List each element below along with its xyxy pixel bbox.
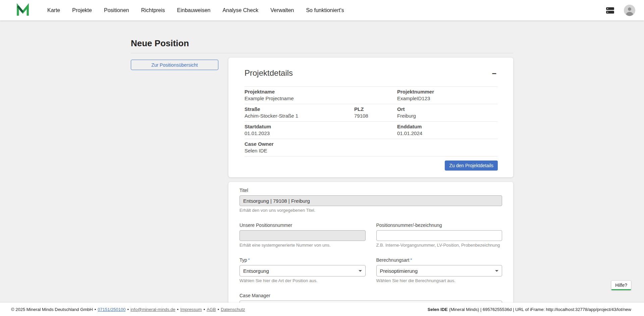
footer-separator: • [177, 307, 179, 312]
positionsnummer-label: Positionsnummer/-bezeichnung [376, 223, 502, 228]
datenschutz-link[interactable]: Datenschutz [221, 307, 245, 312]
phone-link[interactable]: 07151/250100 [98, 307, 125, 312]
strasse-value: Achim-Stocker-Straße 1 [245, 113, 354, 119]
brand-logo[interactable] [16, 3, 30, 17]
footer-left: © 2025 Mineral Minds Deutschland GmbH • … [11, 307, 245, 312]
right-column: Projektdetails – Projektname Example Pro… [228, 58, 513, 316]
unsere-positionsnummer-label: Unsere Positionsnummer [239, 223, 366, 228]
session-details: (Mineral Minds) | 69576255536d | URL of … [449, 307, 631, 312]
footer-separator: • [204, 307, 205, 312]
project-details-card: Projektdetails – Projektname Example Pro… [228, 58, 513, 177]
plz-label: PLZ [354, 106, 397, 113]
positionsnummer-helper: Z.B. Interne-Vorgangsnummer, LV-Position… [376, 243, 502, 248]
required-asterisk: * [248, 257, 250, 262]
impressum-link[interactable]: Impressum [180, 307, 202, 312]
copyright-text: © 2025 Mineral Minds Deutschland GmbH [11, 307, 93, 312]
table-row: Startdatum 01.01.2023 Enddatum 01.01.202… [245, 122, 498, 139]
typ-field: Typ* Entsorgung Wählen Sie hier die Art … [239, 257, 366, 283]
footer-session-info: Selen IDE (Mineral Minds) | 69576255536d… [428, 307, 631, 312]
typ-select[interactable]: Entsorgung [239, 265, 366, 276]
agb-link[interactable]: AGB [207, 307, 216, 312]
nav-item-karte[interactable]: Karte [47, 7, 60, 13]
positionsnummer-field: Positionsnummer/-bezeichnung Z.B. Intern… [376, 223, 502, 248]
projektnummer-value: ExampleID123 [397, 95, 498, 102]
footer-separator: • [127, 307, 129, 312]
startdatum-label: Startdatum [245, 123, 397, 130]
berechnungsart-field: Berechnungsart* Preisoptimierung Wählen … [376, 257, 502, 283]
nav-item-verwalten[interactable]: Verwalten [270, 7, 294, 13]
user-avatar[interactable] [624, 5, 635, 16]
nav-item-projekte[interactable]: Projekte [72, 7, 92, 13]
navbar-right-actions [605, 5, 635, 16]
berechnungsart-helper: Wählen Sie hier die Berechnungsart aus. [376, 278, 502, 283]
titel-helper: Erhält den von uns vorgegebenen Titel. [239, 208, 502, 213]
unsere-positionsnummer-field: Unsere Positionsnummer Erhält eine syste… [239, 223, 366, 248]
brand-logo-icon [16, 3, 30, 17]
project-details-button[interactable]: Zu den Projektdetails [445, 161, 498, 171]
strasse-label: Straße [245, 106, 354, 113]
footer: © 2025 Mineral Minds Deutschland GmbH • … [0, 303, 644, 316]
help-button[interactable]: Hilfe? [611, 280, 631, 290]
position-overview-button[interactable]: Zur Positionsübersicht [131, 60, 218, 70]
projektname-value: Example Projectname [245, 95, 397, 102]
nav-item-positionen[interactable]: Positionen [104, 7, 129, 13]
footer-separator: • [95, 307, 96, 312]
table-row: Projektname Example Projectname Projektn… [245, 87, 498, 104]
nav-item-richtpreis[interactable]: Richtpreis [141, 7, 165, 13]
startdatum-value: 01.01.2023 [245, 130, 397, 137]
titel-input [239, 195, 502, 206]
unsere-positionsnummer-input [239, 230, 366, 241]
projektnummer-label: Projektnummer [397, 88, 498, 95]
chevron-down-icon [359, 270, 362, 272]
enddatum-label: Enddatum [397, 123, 498, 130]
title-divider [131, 53, 513, 53]
table-row: Case Owner Selen IDE [245, 139, 498, 156]
typ-label: Typ* [239, 257, 366, 263]
session-user: Selen IDE [428, 307, 448, 312]
project-card-title: Projektdetails [245, 68, 293, 78]
positionsnummer-input[interactable] [376, 230, 502, 241]
top-navbar: Karte Projekte Positionen Richtpreis Ein… [0, 0, 644, 20]
typ-select-value: Entsorgung [243, 268, 269, 274]
left-column: Zur Positionsübersicht [131, 58, 218, 70]
enddatum-value: 01.01.2024 [397, 130, 498, 137]
titel-label: Titel [239, 188, 502, 193]
projektname-label: Projektname [245, 88, 397, 95]
table-row: Straße Achim-Stocker-Straße 1 PLZ 79108 … [245, 104, 498, 122]
case-owner-label: Case Owner [245, 141, 498, 147]
berechnungsart-label: Berechnungsart* [376, 257, 502, 263]
main-content: Neue Position Zur Positionsübersicht Pro… [0, 0, 644, 316]
project-details-table: Projektname Example Projectname Projektn… [245, 86, 498, 156]
footer-separator: • [218, 307, 219, 312]
nav-item-einbauweisen[interactable]: Einbauweisen [177, 7, 211, 13]
typ-helper: Wählen Sie hier die Art der Position aus… [239, 278, 366, 283]
berechnungsart-select[interactable]: Preisoptimierung [376, 265, 502, 276]
required-asterisk: * [410, 257, 412, 262]
ort-value: Freiburg [397, 113, 498, 119]
nav-item-so-funktionierts[interactable]: So funktioniert's [306, 7, 344, 13]
plz-value: 79108 [354, 113, 397, 119]
case-owner-value: Selen IDE [245, 147, 498, 154]
chevron-down-icon [495, 270, 498, 272]
server-icon[interactable] [605, 5, 615, 15]
main-nav: Karte Projekte Positionen Richtpreis Ein… [47, 7, 344, 13]
new-position-form-card: Titel Erhält den von uns vorgegebenen Ti… [228, 182, 513, 316]
case-manager-label: Case Manager [239, 293, 502, 298]
collapse-icon[interactable]: – [491, 70, 498, 76]
page-title: Neue Position [131, 38, 513, 49]
unsere-positionsnummer-helper: Erhält eine systemgenerierte Nummer von … [239, 243, 366, 248]
berechnungsart-select-value: Preisoptimierung [380, 268, 418, 274]
email-link[interactable]: info@mineral-minds.de [130, 307, 175, 312]
ort-label: Ort [397, 106, 498, 113]
nav-item-analyse-check[interactable]: Analyse Check [222, 7, 258, 13]
